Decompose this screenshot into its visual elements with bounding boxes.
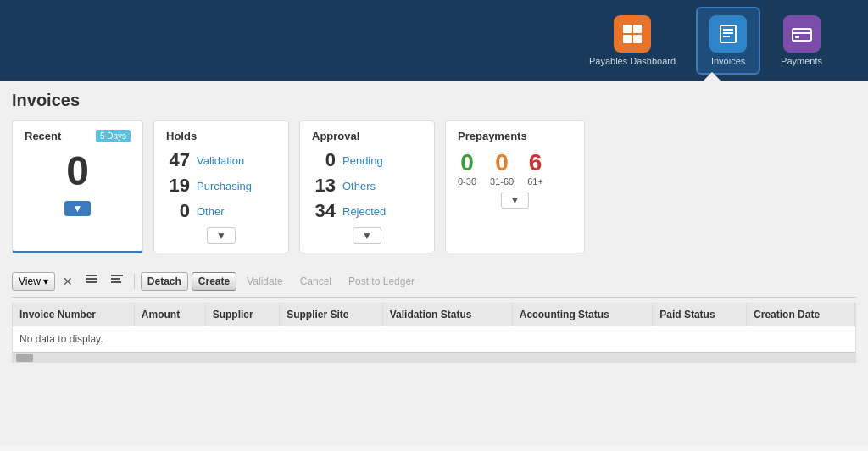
col-header-validation-status: Validation Status	[382, 303, 512, 326]
invoices-icon	[709, 15, 747, 53]
prepayments-arrow-btn[interactable]: ▼	[501, 192, 530, 209]
col-header-invoice-number: Invoice Number	[13, 303, 134, 326]
recent-card-header: Recent 5 Days	[25, 130, 131, 142]
prepayments-card: Prepayments 0 0-30 0 31-60 6 61+ ▼	[445, 120, 585, 253]
page-title: Invoices	[12, 91, 856, 110]
table-container: Invoice Number Amount Supplier Supplier …	[12, 303, 856, 363]
holds-card-title: Holds	[166, 130, 197, 142]
approval-pending-link[interactable]: Pending	[342, 154, 383, 167]
holds-rows: 47 Validation 19 Purchasing 0 Other	[166, 149, 276, 222]
scrollbar-thumb[interactable]	[16, 354, 33, 362]
toolbar: View ▾ ✕ Detach Create Validate Cancel P…	[12, 265, 856, 298]
prepay-num-0-30: 0	[458, 149, 476, 176]
col-header-paid-status: Paid Status	[653, 303, 747, 326]
approval-others-num: 13	[312, 175, 336, 197]
recent-card: Recent 5 Days 0 ▼	[12, 120, 143, 253]
holds-row-purchasing: 19 Purchasing	[166, 175, 276, 197]
freeze-icon-btn[interactable]	[81, 270, 103, 292]
wrap-icon-btn[interactable]	[106, 270, 128, 292]
prepay-label-0-30: 0-30	[458, 176, 476, 187]
nav-item-payments[interactable]: Payments	[769, 8, 834, 73]
approval-rejected-num: 34	[312, 200, 336, 222]
holds-row-other: 0 Other	[166, 200, 276, 222]
holds-other-num: 0	[166, 200, 190, 222]
svg-rect-13	[86, 281, 97, 283]
recent-card-arrow-wrap: ▼	[25, 201, 131, 216]
payments-icon	[783, 15, 821, 53]
prepayments-arrow-wrap: ▼	[458, 192, 572, 209]
prepayments-card-header: Prepayments	[458, 130, 572, 142]
prepay-item-0-30: 0 0-30	[458, 149, 476, 187]
prepayments-nums: 0 0-30 0 31-60 6 61+	[458, 149, 572, 187]
approval-arrow-wrap: ▼	[312, 227, 422, 244]
holds-validation-num: 47	[166, 149, 190, 171]
svg-rect-0	[623, 25, 632, 33]
recent-card-arrow-btn[interactable]: ▼	[64, 201, 92, 216]
svg-rect-1	[633, 25, 642, 33]
svg-rect-8	[793, 29, 811, 41]
prepay-label-61-plus: 61+	[527, 176, 543, 187]
approval-row-rejected: 34 Rejected	[312, 200, 422, 222]
table-header-row: Invoice Number Amount Supplier Supplier …	[13, 303, 855, 326]
view-chevron-icon: ▾	[43, 276, 48, 287]
prepay-label-31-60: 31-60	[490, 176, 514, 187]
approval-rejected-link[interactable]: Rejected	[342, 205, 386, 218]
col-header-creation-date: Creation Date	[747, 303, 855, 326]
holds-purchasing-num: 19	[166, 175, 190, 197]
holds-purchasing-link[interactable]: Purchasing	[197, 180, 252, 192]
view-label: View	[19, 276, 41, 287]
approval-row-others: 13 Others	[312, 175, 422, 197]
holds-arrow-wrap: ▼	[166, 227, 276, 244]
invoices-table: Invoice Number Amount Supplier Supplier …	[13, 303, 855, 352]
create-button[interactable]: Create	[192, 272, 236, 291]
main-content: Invoices Recent 5 Days 0 ▼ Holds 47 Vali…	[0, 81, 868, 445]
holds-other-link[interactable]: Other	[197, 205, 225, 218]
prepay-item-31-60: 0 31-60	[490, 149, 514, 187]
svg-rect-11	[86, 275, 97, 276]
svg-rect-10	[795, 36, 799, 38]
prepayments-card-title: Prepayments	[458, 130, 527, 142]
approval-card-header: Approval	[312, 130, 422, 142]
prepay-num-31-60: 0	[490, 149, 514, 176]
nav-item-payables-dashboard[interactable]: Payables Dashboard	[577, 8, 687, 73]
col-header-supplier-site: Supplier Site	[280, 303, 383, 326]
svg-rect-16	[111, 281, 121, 283]
svg-rect-3	[633, 35, 642, 43]
approval-card: Approval 0 Pending 13 Others 34 Rejected…	[299, 120, 435, 253]
svg-rect-2	[623, 35, 632, 43]
recent-card-value: 0	[25, 149, 131, 194]
no-data-row: No data to display.	[13, 326, 855, 353]
holds-row-validation: 47 Validation	[166, 149, 276, 171]
cancel-button[interactable]: Cancel	[293, 272, 338, 291]
svg-rect-12	[86, 278, 97, 280]
col-header-supplier: Supplier	[205, 303, 279, 326]
nav-item-invoices[interactable]: Invoices	[696, 7, 760, 75]
payments-label: Payments	[781, 56, 822, 66]
dashboard-cards: Recent 5 Days 0 ▼ Holds 47 Validation 19…	[12, 120, 856, 253]
horizontal-scrollbar[interactable]	[13, 352, 855, 362]
approval-pending-num: 0	[312, 149, 336, 171]
holds-validation-link[interactable]: Validation	[197, 154, 244, 167]
holds-card: Holds 47 Validation 19 Purchasing 0 Othe…	[153, 120, 289, 253]
holds-arrow-btn[interactable]: ▼	[207, 227, 236, 244]
svg-rect-14	[111, 275, 123, 276]
recent-card-title: Recent	[25, 130, 61, 142]
approval-arrow-btn[interactable]: ▼	[353, 227, 381, 244]
no-data-text: No data to display.	[13, 326, 855, 353]
payables-dashboard-label: Payables Dashboard	[589, 56, 676, 66]
prepay-item-61-plus: 6 61+	[527, 149, 543, 187]
delete-icon-btn[interactable]: ✕	[58, 272, 77, 291]
col-header-accounting-status: Accounting Status	[512, 303, 653, 326]
toolbar-separator	[134, 274, 135, 289]
post-to-ledger-button[interactable]: Post to Ledger	[342, 272, 421, 291]
validate-button[interactable]: Validate	[240, 272, 289, 291]
view-button[interactable]: View ▾	[12, 272, 55, 291]
nav-pointer	[704, 72, 721, 81]
detach-button[interactable]: Detach	[141, 272, 188, 291]
recent-card-badge: 5 Days	[96, 130, 131, 142]
col-header-amount: Amount	[134, 303, 205, 326]
holds-card-header: Holds	[166, 130, 276, 142]
top-navigation: Payables Dashboard Invoices Payments	[0, 0, 868, 81]
approval-others-link[interactable]: Others	[342, 180, 376, 192]
payables-dashboard-icon	[614, 15, 651, 53]
